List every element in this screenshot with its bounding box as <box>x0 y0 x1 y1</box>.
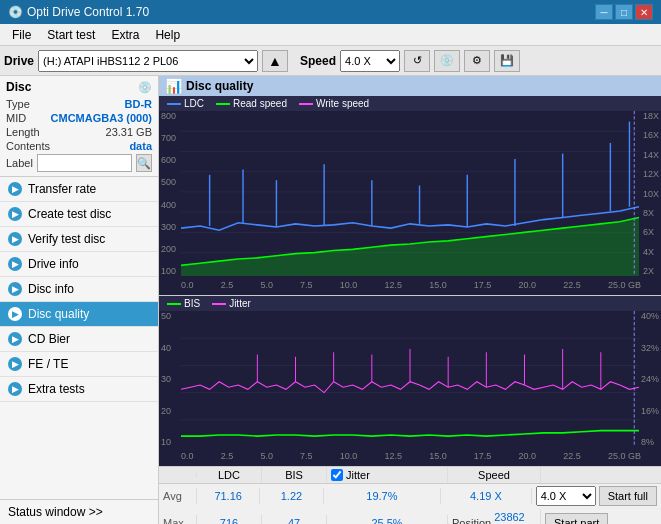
stats-max-actions: Start part <box>541 511 661 524</box>
stats-avg-jitter: 19.7% <box>324 488 442 504</box>
sidebar-item-disc-info[interactable]: ▶ Disc info <box>0 277 158 302</box>
window-controls: ─ □ ✕ <box>595 4 653 20</box>
disc-type-value: BD-R <box>125 98 153 110</box>
menu-help[interactable]: Help <box>147 26 188 44</box>
start-full-button[interactable]: Start full <box>599 486 657 506</box>
menu-start-test[interactable]: Start test <box>39 26 103 44</box>
bottom-chart: BIS Jitter 5040302010 40%32%24%16%8% <box>159 296 661 466</box>
menu-extra[interactable]: Extra <box>103 26 147 44</box>
speed-quality-select[interactable]: 4.0 X <box>536 486 596 506</box>
sidebar-item-drive-info[interactable]: ▶ Drive info <box>0 252 158 277</box>
stats-header-speed: Speed <box>448 467 541 483</box>
ldc-legend: LDC <box>167 98 204 109</box>
fe-te-icon: ▶ <box>8 357 22 371</box>
stats-header-bis: BIS <box>262 467 327 483</box>
stats-header-ldc: LDC <box>197 467 262 483</box>
transfer-rate-icon: ▶ <box>8 182 22 196</box>
stats-max-ldc: 716 <box>197 515 262 524</box>
disc-label-key: Label <box>6 157 33 169</box>
sidebar-item-verify-test-disc[interactable]: ▶ Verify test disc <box>0 227 158 252</box>
eject-button[interactable]: ▲ <box>262 50 288 72</box>
disc-mid-row: MID CMCMAGBA3 (000) <box>6 112 152 124</box>
chart-title: Disc quality <box>186 79 253 93</box>
top-chart-x-labels: 0.02.55.07.510.012.515.017.520.022.525.0… <box>181 280 641 290</box>
drive-info-icon: ▶ <box>8 257 22 271</box>
start-part-button[interactable]: Start part <box>545 513 608 524</box>
sidebar-item-label-drive-info: Drive info <box>28 257 79 271</box>
disc-button[interactable]: 💿 <box>434 50 460 72</box>
sidebar-item-extra-tests[interactable]: ▶ Extra tests <box>0 377 158 402</box>
drive-select[interactable]: (H:) ATAPI iHBS112 2 PL06 <box>38 50 258 72</box>
disc-type-row: Type BD-R <box>6 98 152 110</box>
stats-avg-ldc: 71.16 <box>197 488 260 504</box>
speed-select[interactable]: 4.0 X <box>340 50 400 72</box>
drivebar: Drive (H:) ATAPI iHBS112 2 PL06 ▲ Speed … <box>0 46 661 76</box>
refresh-button[interactable]: ↺ <box>404 50 430 72</box>
content-area: 📊 Disc quality LDC Read speed Write spee… <box>159 76 661 524</box>
close-button[interactable]: ✕ <box>635 4 653 20</box>
stats-max-position: Position 23862 MB <box>448 509 541 524</box>
disc-length-row: Length 23.31 GB <box>6 126 152 138</box>
settings-button[interactable]: ⚙ <box>464 50 490 72</box>
stats-max-label: Max <box>159 515 197 524</box>
stats-avg-actions: 4.0 X Start full <box>532 484 661 508</box>
disc-length-label: Length <box>6 126 40 138</box>
menu-file[interactable]: File <box>4 26 39 44</box>
drive-label: Drive <box>4 54 34 68</box>
stats-header-jitter: Jitter <box>327 467 448 483</box>
sidebar-item-disc-quality[interactable]: ▶ Disc quality <box>0 302 158 327</box>
chart-icon: 📊 <box>165 78 182 94</box>
bottom-chart-right-labels: 40%32%24%16%8% <box>641 311 659 447</box>
app-title: 💿 Opti Drive Control 1.70 <box>8 5 149 19</box>
sidebar-item-create-test-disc[interactable]: ▶ Create test disc <box>0 202 158 227</box>
stats-header-row: LDC BIS Jitter Speed <box>159 467 661 484</box>
menubar: File Start test Extra Help <box>0 24 661 46</box>
sidebar-item-label-create-test-disc: Create test disc <box>28 207 111 221</box>
status-window-button[interactable]: Status window >> <box>0 499 158 524</box>
sidebar-item-cd-bier[interactable]: ▶ CD Bier <box>0 327 158 352</box>
stats-max-jitter: 25.5% <box>327 515 448 524</box>
read-speed-legend: Read speed <box>216 98 287 109</box>
disc-type-label: Type <box>6 98 30 110</box>
jitter-legend: Jitter <box>212 298 251 309</box>
verify-test-disc-icon: ▶ <box>8 232 22 246</box>
sidebar-item-label-disc-info: Disc info <box>28 282 74 296</box>
cd-bier-icon: ▶ <box>8 332 22 346</box>
jitter-checkbox[interactable] <box>331 469 343 481</box>
bis-legend: BIS <box>167 298 200 309</box>
stats-avg-bis: 1.22 <box>260 488 323 504</box>
create-test-disc-icon: ▶ <box>8 207 22 221</box>
stats-avg-label: Avg <box>159 488 197 504</box>
main-layout: Disc 💿 Type BD-R MID CMCMAGBA3 (000) Len… <box>0 76 661 524</box>
top-chart: LDC Read speed Write speed 8007006005004… <box>159 96 661 296</box>
stats-avg-speed: 4.19 X <box>441 488 531 504</box>
sidebar-item-transfer-rate[interactable]: ▶ Transfer rate <box>0 177 158 202</box>
sidebar-item-label-transfer-rate: Transfer rate <box>28 182 96 196</box>
sidebar-item-label-extra-tests: Extra tests <box>28 382 85 396</box>
disc-contents-label: Contents <box>6 140 50 152</box>
sidebar-item-fe-te[interactable]: ▶ FE / TE <box>0 352 158 377</box>
top-chart-left-labels: 800700600500400300200100 <box>161 111 176 276</box>
stats-area: LDC BIS Jitter Speed Avg 71.16 1.22 19.7… <box>159 466 661 524</box>
disc-header: Disc 💿 <box>6 80 152 94</box>
stats-max-row: Max 716 47 25.5% Position 23862 MB Start… <box>159 509 661 524</box>
disc-label-button[interactable]: 🔍 <box>136 154 152 172</box>
disc-mid-value: CMCMAGBA3 (000) <box>51 112 152 124</box>
minimize-button[interactable]: ─ <box>595 4 613 20</box>
save-button[interactable]: 💾 <box>494 50 520 72</box>
sidebar-item-label-cd-bier: CD Bier <box>28 332 70 346</box>
maximize-button[interactable]: □ <box>615 4 633 20</box>
top-chart-right-labels: 18X16X14X12X10X8X6X4X2X <box>643 111 659 276</box>
bottom-chart-left-labels: 5040302010 <box>161 311 171 447</box>
disc-panel: Disc 💿 Type BD-R MID CMCMAGBA3 (000) Len… <box>0 76 158 177</box>
top-chart-svg <box>181 111 639 276</box>
stats-header-actions <box>541 473 661 477</box>
stats-max-bis: 47 <box>262 515 327 524</box>
disc-length-value: 23.31 GB <box>106 126 152 138</box>
disc-label-input[interactable] <box>37 154 132 172</box>
sidebar-item-label-verify-test-disc: Verify test disc <box>28 232 105 246</box>
stats-header-empty <box>159 473 197 477</box>
disc-icon: 💿 <box>138 81 152 94</box>
disc-panel-title: Disc <box>6 80 31 94</box>
sidebar-item-label-fe-te: FE / TE <box>28 357 68 371</box>
